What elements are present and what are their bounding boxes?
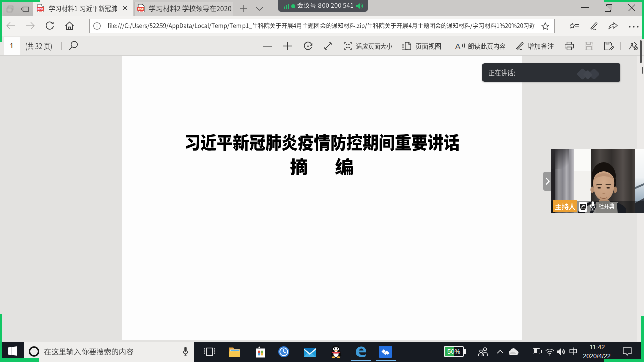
svg-text:PDF: PDF [38,8,44,11]
svg-text:A: A [455,42,460,50]
svg-text:PDF: PDF [138,8,144,11]
